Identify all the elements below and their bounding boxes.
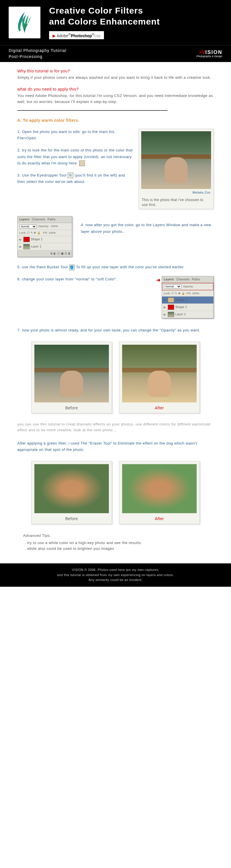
feather-icon: [11, 9, 37, 35]
header-title-block: Creative Color Filters and Colors Enhanc…: [49, 6, 222, 39]
advanced-tips: Advanced Tips: . try to use a white colo…: [23, 533, 214, 552]
layers-panel-screenshot-1: LayersChannelsPaths NormalOpacity:100% L…: [17, 216, 72, 257]
color-swatch-icon: [79, 160, 85, 166]
visibility-icon: 👁: [19, 245, 22, 248]
step-7: 7. now your photo is almost ready, and f…: [17, 327, 214, 334]
step-1: 1. Open the photo you want to edit. go t…: [17, 129, 133, 141]
blend-mode-select: Normal: [164, 284, 181, 288]
layer-thumb-icon: [23, 244, 30, 249]
title-line2: and Colors Enhancement: [49, 17, 222, 27]
section-a-title: A. To apply warm color filters.: [17, 117, 214, 123]
example-photo-1: Melaka Zoo This is the photo that i've c…: [139, 129, 214, 209]
after-image: [122, 345, 197, 402]
answer-2: You need Adobe Photoshop, for this tutor…: [17, 93, 214, 105]
question-1: Why this tutorial is for you?: [17, 68, 214, 74]
after-frame: After: [119, 342, 200, 413]
before-label: Before: [34, 513, 109, 522]
adobe-badge: ▶ Adobe®Photoshop®CS2: [49, 31, 104, 39]
after-frame: After: [119, 461, 200, 524]
before-label: Before: [34, 402, 109, 411]
separator: [17, 110, 168, 111]
before-image: [34, 464, 109, 513]
step-6: 6. change your color layer from "normal"…: [17, 276, 150, 282]
content-area: Why this tutorial is for you? Simply if …: [0, 62, 231, 563]
header-bar: Creative Color Filters and Colors Enhanc…: [0, 0, 231, 45]
photo-location: Melaka Zoo: [141, 189, 211, 195]
before-frame: Before: [31, 342, 112, 413]
footer: VISION © 2006. Photos used here are my o…: [0, 563, 231, 587]
eraser-note: After applying a green filter, i used Th…: [17, 440, 214, 453]
elephant-photo: [141, 131, 211, 189]
tip-2: . white also could be used to brighten y…: [25, 546, 214, 552]
step-4: 4. now after you got the color, go to th…: [81, 222, 214, 235]
question-2: what do you need to apply this?: [17, 86, 214, 92]
layers-panel-screenshot-2: LayersChannelsPaths NormalOpacity: Lock:…: [162, 276, 214, 318]
vision-logo: >VISION Photography & Design: [196, 49, 222, 58]
before-frame: Before: [31, 461, 112, 524]
step-2: 2. try to look the for the main color of…: [17, 147, 133, 166]
photo-caption: This is the photo that i've choosen to u…: [141, 195, 211, 208]
step-3: 3. Use the Eyedropper Tool ✎ (you'll fin…: [17, 172, 133, 185]
title-line1: Creative Color Filters: [49, 6, 222, 16]
after-label: After: [122, 402, 197, 411]
blend-mode-select: Normal: [19, 224, 37, 228]
before-after-dog: Before After: [17, 461, 214, 524]
layer-thumb-icon: [23, 237, 30, 242]
step-5: 5. use the Paint Bucket Tool 🪣 To fill u…: [17, 264, 214, 270]
after-label: After: [122, 513, 197, 522]
subheader-text: Digital Photography Tutorial Post-Proces…: [9, 48, 66, 60]
before-image: [34, 345, 109, 402]
photoshop-feather-logo: [9, 7, 40, 38]
visibility-icon: 👁: [19, 238, 22, 241]
answer-1: Simply if your photos colors are always …: [17, 75, 214, 81]
after-image: [122, 464, 197, 513]
advanced-title: Advanced Tips:: [23, 533, 214, 539]
tip-1: . try to use a white color on a high-key…: [25, 540, 214, 546]
paint-bucket-icon: 🪣: [69, 265, 75, 270]
subheader-bar: Digital Photography Tutorial Post-Proces…: [0, 45, 231, 62]
before-after-elephant: Before After: [17, 342, 214, 413]
eyedropper-icon: ✎: [67, 173, 73, 178]
red-arrow-icon: ➜: [156, 276, 161, 284]
creative-note: you can use this tutorial to creat drama…: [17, 422, 214, 434]
